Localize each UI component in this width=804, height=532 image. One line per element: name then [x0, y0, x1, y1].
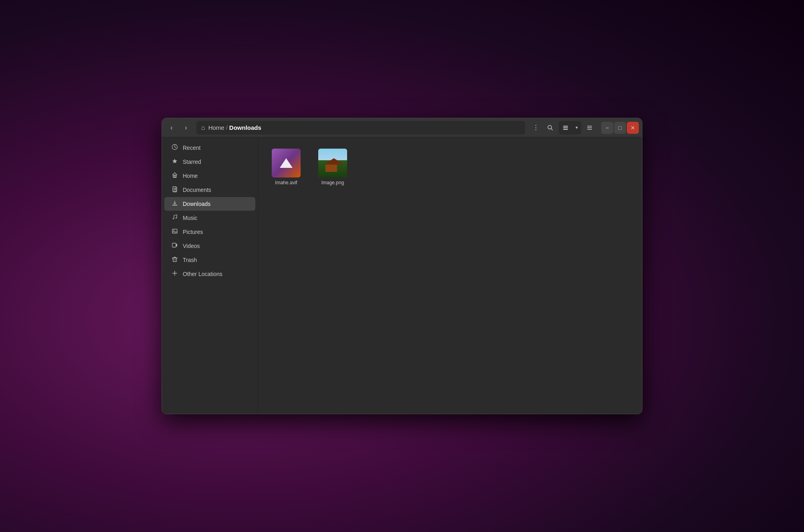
header-actions: ⋮: [529, 121, 557, 135]
file-name-png: Image.png: [321, 180, 344, 185]
file-item-image-png[interactable]: Image.png: [313, 145, 353, 189]
svg-point-17: [176, 218, 177, 219]
sidebar-item-pictures[interactable]: Pictures: [164, 225, 255, 239]
trash-icon: [171, 256, 179, 264]
sidebar-item-home-label: Home: [183, 173, 198, 179]
sidebar-item-starred[interactable]: Starred: [164, 155, 255, 169]
svg-marker-9: [172, 159, 177, 163]
documents-icon: [171, 186, 179, 194]
sidebar-item-starred-label: Starred: [183, 159, 201, 165]
sidebar-item-documents-label: Documents: [183, 187, 211, 193]
sidebar-item-documents[interactable]: Documents: [164, 183, 255, 197]
sidebar: Recent Starred Home: [162, 137, 258, 414]
svg-rect-3: [563, 127, 568, 128]
sidebar-item-downloads[interactable]: Downloads: [164, 197, 255, 211]
svg-rect-2: [563, 126, 568, 127]
svg-rect-20: [172, 243, 176, 247]
recent-icon: [171, 144, 179, 152]
svg-rect-5: [587, 126, 592, 127]
svg-line-1: [551, 129, 553, 130]
svg-rect-6: [587, 127, 592, 128]
minimize-button[interactable]: −: [601, 122, 613, 134]
file-item-imahe-avif[interactable]: Imahe.avif: [266, 145, 306, 189]
svg-rect-4: [563, 129, 568, 130]
forward-button[interactable]: ›: [180, 121, 192, 134]
breadcrumb: ⌂ Home / Downloads: [196, 121, 525, 135]
sidebar-item-music[interactable]: Music: [164, 211, 255, 225]
hamburger-button[interactable]: [583, 121, 596, 135]
sidebar-item-music-label: Music: [183, 215, 198, 221]
file-name-avif: Imahe.avif: [275, 180, 297, 185]
sidebar-item-recent-label: Recent: [183, 145, 200, 151]
hamburger-icon: [586, 125, 593, 131]
breadcrumb-home[interactable]: Home: [208, 124, 224, 131]
breadcrumb-current: Downloads: [229, 124, 261, 131]
videos-icon: [171, 242, 179, 250]
view-list-button[interactable]: [559, 121, 572, 135]
music-icon: [171, 214, 179, 222]
downloads-icon: [171, 200, 179, 208]
search-icon: [547, 125, 554, 131]
titlebar: ‹ › ⌂ Home / Downloads ⋮: [162, 118, 642, 137]
breadcrumb-separator: /: [226, 124, 228, 131]
back-button[interactable]: ‹: [165, 121, 178, 134]
sidebar-item-home[interactable]: Home: [164, 169, 255, 183]
view-chevron-button[interactable]: ▾: [572, 121, 581, 135]
other-locations-icon: [171, 270, 179, 278]
svg-point-0: [548, 125, 551, 129]
pictures-icon: [171, 228, 179, 236]
file-thumbnail-png: [318, 149, 347, 177]
svg-point-16: [173, 218, 174, 220]
sidebar-item-other-locations[interactable]: Other Locations: [164, 267, 255, 281]
home-icon: ⌂: [201, 124, 205, 131]
file-thumbnail-avif: [272, 149, 301, 177]
view-toggle-group: ▾: [559, 121, 581, 135]
search-button[interactable]: [543, 121, 557, 135]
star-icon: [171, 158, 179, 166]
sidebar-item-trash[interactable]: Trash: [164, 253, 255, 267]
svg-rect-10: [173, 175, 176, 177]
sidebar-item-pictures-label: Pictures: [183, 229, 203, 235]
svg-rect-7: [587, 129, 592, 130]
menu-button[interactable]: ⋮: [529, 121, 543, 135]
svg-marker-26: [280, 158, 293, 168]
list-view-icon: [562, 125, 569, 131]
close-button[interactable]: ✕: [627, 122, 639, 134]
maximize-button[interactable]: □: [614, 122, 626, 134]
sidebar-item-other-locations-label: Other Locations: [183, 271, 222, 277]
svg-point-27: [283, 163, 285, 165]
file-area: Imahe.avif Image.png: [258, 137, 642, 414]
sidebar-item-recent[interactable]: Recent: [164, 141, 255, 155]
main-content: Recent Starred Home: [162, 137, 642, 414]
home-sidebar-icon: [171, 172, 179, 180]
file-manager-window: ‹ › ⌂ Home / Downloads ⋮: [162, 118, 642, 414]
sidebar-item-downloads-label: Downloads: [183, 201, 210, 207]
svg-point-19: [173, 230, 174, 231]
sidebar-item-videos[interactable]: Videos: [164, 239, 255, 253]
sidebar-item-videos-label: Videos: [183, 243, 200, 249]
svg-rect-18: [172, 229, 177, 233]
window-controls: − □ ✕: [601, 122, 639, 134]
svg-rect-11: [174, 176, 176, 177]
sidebar-item-trash-label: Trash: [183, 257, 197, 263]
